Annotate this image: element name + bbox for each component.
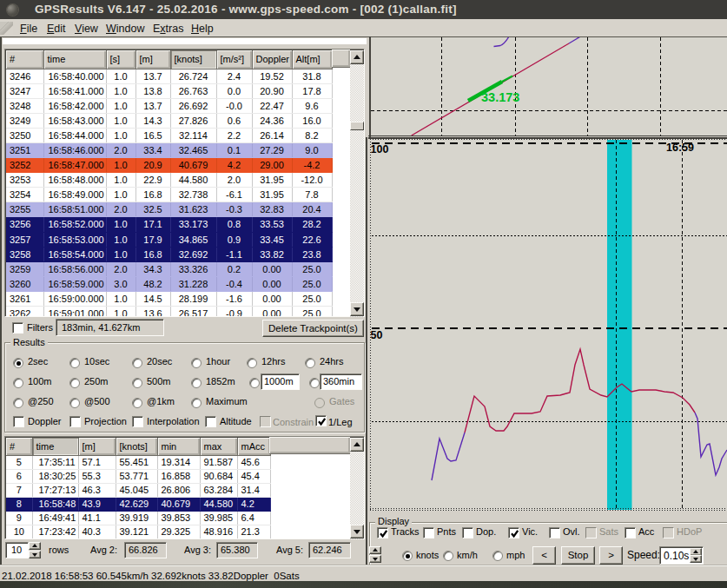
svg-text:33.173: 33.173 xyxy=(481,90,519,104)
svg-text:50: 50 xyxy=(371,329,383,341)
svg-text:16:59: 16:59 xyxy=(666,142,694,154)
svg-text:100: 100 xyxy=(371,143,389,155)
